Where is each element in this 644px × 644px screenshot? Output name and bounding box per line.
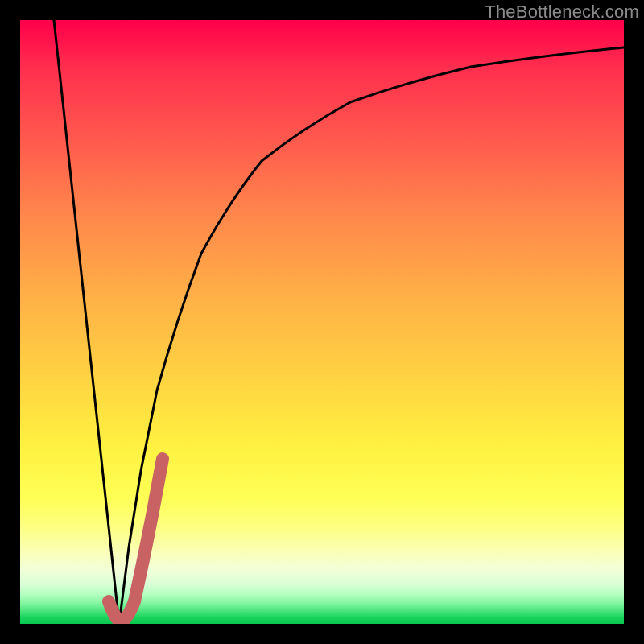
left-descending-line — [54, 20, 119, 624]
curve-layer — [20, 20, 624, 624]
watermark-text: TheBottleneck.com — [485, 2, 639, 23]
chart-frame: TheBottleneck.com — [0, 0, 644, 644]
right-rising-curve — [119, 47, 624, 624]
plot-area — [20, 20, 624, 624]
